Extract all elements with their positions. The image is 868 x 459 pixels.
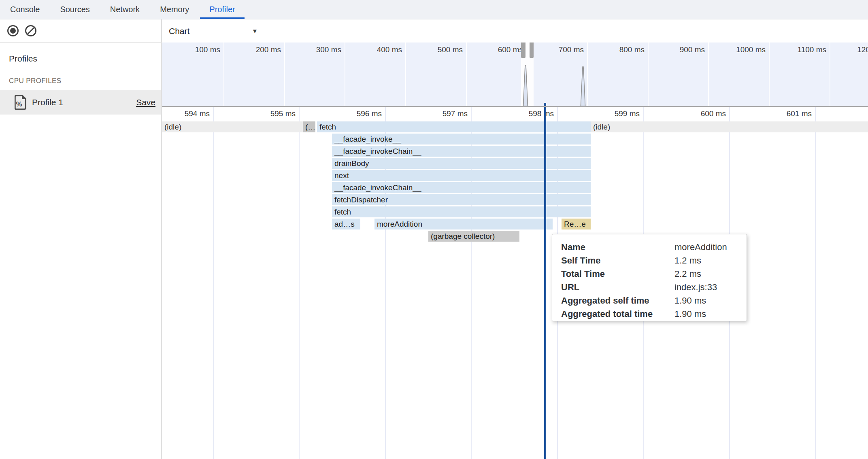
flame-bar-segment[interactable]: (… bbox=[303, 121, 315, 132]
flame-tick-label: 599 ms bbox=[575, 109, 640, 118]
cpu-activity-spikes bbox=[162, 42, 868, 106]
tooltip-label: Self Time bbox=[561, 254, 674, 267]
flame-bar-idle[interactable]: (idle) bbox=[162, 121, 303, 132]
sidebar-item-profile-1[interactable]: % Profile 1 Save bbox=[0, 90, 161, 115]
tooltip-label: Name bbox=[561, 240, 674, 254]
flame-tick-label: 594 ms bbox=[162, 109, 210, 118]
save-profile-link[interactable]: Save bbox=[136, 90, 155, 115]
tooltip-row-url: URLindex.js:33 bbox=[561, 280, 747, 294]
playhead-marker-line bbox=[544, 107, 546, 459]
flame-tick-label: 595 ms bbox=[231, 109, 296, 118]
tooltip-row-aggregated-self-time: Aggregated self time1.90 ms bbox=[561, 294, 747, 307]
tab-sources[interactable]: Sources bbox=[51, 0, 99, 19]
flame-row: __facade_invoke__ bbox=[162, 134, 868, 144]
tooltip-value: index.js:33 bbox=[674, 280, 717, 294]
selection-handle-right[interactable] bbox=[530, 42, 534, 58]
profiler-toolbar bbox=[0, 19, 162, 42]
flame-row: ad…smoreAdditionRe…e bbox=[162, 219, 868, 230]
tab-console[interactable]: Console bbox=[1, 0, 49, 19]
clear-icon[interactable] bbox=[25, 25, 36, 36]
playhead-nub bbox=[544, 103, 546, 106]
flame-row: __facade_invokeChain__ bbox=[162, 146, 868, 157]
clear-slash bbox=[27, 27, 34, 35]
flame-bar-re-e[interactable]: Re…e bbox=[562, 219, 591, 230]
flame-row: (idle)(…fetch(idle) bbox=[162, 121, 868, 132]
flame-row: __facade_invokeChain__ bbox=[162, 182, 868, 193]
selection-handle-left[interactable] bbox=[521, 42, 525, 58]
flame-bar-drainbody[interactable]: drainBody bbox=[332, 158, 591, 169]
flame-chart[interactable]: 594 ms595 ms596 ms597 ms598 ms599 ms600 … bbox=[162, 107, 868, 459]
tooltip-row-total-time: Total Time2.2 ms bbox=[561, 267, 747, 280]
flame-bar-idle[interactable]: (idle) bbox=[591, 121, 868, 132]
flame-bar-facade-invokechain[interactable]: __facade_invokeChain__ bbox=[332, 146, 591, 157]
tooltip-value: 1.90 ms bbox=[674, 294, 706, 307]
tooltip-label: Aggregated total time bbox=[561, 307, 674, 321]
cpu-profiles-section-label: CPU PROFILES bbox=[9, 77, 62, 85]
active-tab-underline-bar bbox=[200, 17, 244, 19]
chevron-down-icon: ▼ bbox=[252, 19, 258, 43]
flame-bar-moreaddition[interactable]: moreAddition bbox=[374, 219, 553, 230]
tooltip-value: 2.2 ms bbox=[674, 267, 701, 280]
flame-bar-facade-invoke[interactable]: __facade_invoke__ bbox=[332, 134, 591, 144]
tooltip-row-aggregated-total-time: Aggregated total time1.90 ms bbox=[561, 307, 747, 321]
flame-row: next bbox=[162, 170, 868, 181]
view-mode-value: Chart bbox=[169, 19, 189, 43]
profiles-sidebar: Profiles CPU PROFILES % Profile 1 Save bbox=[0, 42, 162, 459]
flame-row: drainBody bbox=[162, 158, 868, 169]
tooltip-value: 1.90 ms bbox=[674, 307, 706, 321]
tab-network[interactable]: Network bbox=[101, 0, 149, 19]
devtools-window: ConsoleSourcesNetworkMemoryProfiler Char… bbox=[0, 0, 868, 459]
tooltip-row-name: NamemoreAddition bbox=[561, 240, 747, 254]
tooltip-value: moreAddition bbox=[674, 240, 727, 254]
tooltip-label: Aggregated self time bbox=[561, 294, 674, 307]
flame-bar-fetchdispatcher[interactable]: fetchDispatcher bbox=[332, 194, 591, 205]
cpu-spike bbox=[523, 65, 528, 106]
frame-tooltip: NamemoreAdditionSelf Time1.2 msTotal Tim… bbox=[552, 234, 747, 321]
tooltip-row-self-time: Self Time1.2 ms bbox=[561, 254, 747, 267]
svg-text:%: % bbox=[16, 100, 22, 108]
flame-bar-facade-invokechain[interactable]: __facade_invokeChain__ bbox=[332, 182, 591, 193]
tab-profiler[interactable]: Profiler bbox=[200, 0, 244, 19]
flame-row: (garbage collector) bbox=[162, 231, 868, 242]
flame-tick-label: 597 ms bbox=[403, 109, 468, 118]
flame-tick-label: 601 ms bbox=[747, 109, 812, 118]
cpu-spike bbox=[581, 67, 585, 106]
profiles-heading: Profiles bbox=[9, 54, 37, 64]
tooltip-label: Total Time bbox=[561, 267, 674, 280]
tab-bar: ConsoleSourcesNetworkMemoryProfiler bbox=[0, 0, 868, 19]
flame-tick-label: 600 ms bbox=[661, 109, 726, 118]
flame-row: fetch bbox=[162, 206, 868, 217]
tooltip-label: URL bbox=[561, 280, 674, 294]
profile-document-icon: % bbox=[15, 95, 27, 110]
profile-name: Profile 1 bbox=[32, 90, 63, 115]
record-icon[interactable] bbox=[7, 25, 19, 36]
flame-bar-garbage-collector[interactable]: (garbage collector) bbox=[428, 231, 519, 242]
tab-memory[interactable]: Memory bbox=[151, 0, 198, 19]
view-mode-row: Chart ▼ bbox=[162, 19, 868, 43]
timeline-overview[interactable]: 100 ms200 ms300 ms400 ms500 ms600 ms700 … bbox=[162, 42, 868, 107]
flame-bar-next[interactable]: next bbox=[332, 170, 591, 181]
flame-bar-ad-s[interactable]: ad…s bbox=[332, 219, 360, 230]
record-dot bbox=[10, 28, 16, 34]
flame-tick-label: 596 ms bbox=[317, 109, 382, 118]
tooltip-value: 1.2 ms bbox=[674, 254, 701, 267]
flame-bar-fetch[interactable]: fetch bbox=[332, 206, 591, 217]
flame-row: fetchDispatcher bbox=[162, 194, 868, 205]
flame-bar-fetch[interactable]: fetch bbox=[317, 121, 591, 132]
